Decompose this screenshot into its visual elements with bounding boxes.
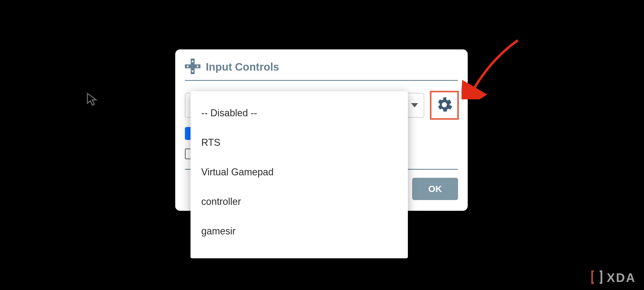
profile-dropdown-menu: -- Disabled -- RTS Virtual Gamepad contr… [191,91,408,258]
dropdown-item-disabled[interactable]: -- Disabled -- [191,98,408,128]
dropdown-item-gamesir[interactable]: gamesir [191,216,408,246]
dropdown-item-virtual-gamepad[interactable]: Virtual Gamepad [191,157,408,187]
ok-button[interactable]: OK [412,178,458,200]
chevron-down-icon [411,103,418,107]
annotation-arrow [462,35,526,99]
cursor-icon [86,92,98,106]
dropdown-item-controller[interactable]: controller [191,187,408,216]
dpad-icon [185,59,200,75]
gear-icon [436,96,453,115]
settings-button[interactable] [431,92,458,119]
divider [185,80,458,81]
watermark: XDA [591,270,636,285]
dialog-header: Input Controls [185,59,458,75]
bracket-icon [591,270,603,285]
dropdown-item-rts[interactable]: RTS [191,128,408,157]
watermark-text: XDA [607,270,636,285]
dialog-title: Input Controls [206,61,279,73]
